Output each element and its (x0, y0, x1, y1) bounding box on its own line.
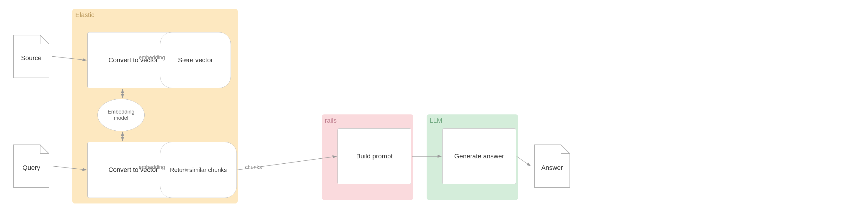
embedding-bottom-label: embedding (139, 164, 165, 171)
answer-node: Answer (531, 142, 573, 190)
elastic-label: Elastic (75, 11, 94, 19)
embedding-model-label: Embedding model (107, 109, 134, 121)
source-label: Source (21, 54, 42, 62)
build-prompt-node: Build prompt (337, 128, 411, 184)
return-chunks-node: Return similar chunks (160, 142, 237, 198)
return-chunks-label: Return similar chunks (170, 167, 227, 173)
chunks-label: chunks (245, 164, 262, 171)
query-label: Query (23, 164, 40, 172)
generate-answer-label: Generate answer (454, 152, 504, 160)
diagram-container: Elastic rails LLM Source Query Convert t… (0, 0, 868, 220)
source-node: Source (11, 32, 52, 81)
build-prompt-label: Build prompt (356, 152, 393, 160)
store-vector-label: Store vector (178, 56, 213, 64)
svg-line-10 (517, 156, 531, 166)
answer-label: Answer (541, 164, 563, 172)
generate-answer-node: Generate answer (442, 128, 516, 184)
embedding-top-label: embedding (139, 54, 165, 61)
store-vector-node: Store vector (160, 32, 231, 88)
rails-label: rails (325, 117, 337, 124)
embedding-model-node: Embedding model (97, 99, 145, 131)
llm-label: LLM (430, 117, 442, 124)
query-node: Query (11, 142, 52, 190)
